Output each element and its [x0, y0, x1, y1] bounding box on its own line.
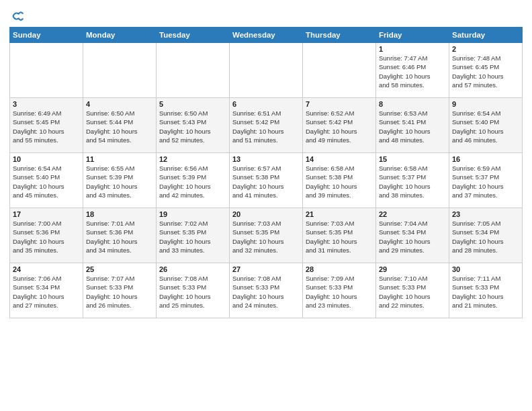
day-cell	[157, 43, 230, 98]
day-number: 24	[13, 265, 80, 273]
day-cell: 4Sunrise: 6:50 AM Sunset: 5:44 PM Daylig…	[83, 98, 157, 153]
logo	[9, 9, 24, 23]
day-cell: 10Sunrise: 6:54 AM Sunset: 5:40 PM Dayli…	[10, 153, 83, 208]
day-info: Sunrise: 6:51 AM Sunset: 5:42 PM Dayligh…	[232, 109, 300, 144]
day-info: Sunrise: 6:59 AM Sunset: 5:37 PM Dayligh…	[452, 164, 519, 199]
day-info: Sunrise: 7:47 AM Sunset: 6:46 PM Dayligh…	[379, 54, 446, 89]
day-info: Sunrise: 7:03 AM Sunset: 5:35 PM Dayligh…	[306, 219, 373, 255]
day-number: 8	[379, 100, 446, 108]
day-cell: 27Sunrise: 7:08 AM Sunset: 5:33 PM Dayli…	[230, 263, 303, 318]
day-number: 14	[306, 155, 373, 163]
day-cell	[10, 43, 83, 98]
day-cell: 8Sunrise: 6:53 AM Sunset: 5:41 PM Daylig…	[376, 98, 449, 153]
day-info: Sunrise: 7:06 AM Sunset: 5:34 PM Dayligh…	[13, 274, 80, 310]
day-cell: 2Sunrise: 7:48 AM Sunset: 6:45 PM Daylig…	[449, 43, 523, 98]
day-number: 26	[159, 265, 226, 273]
day-number: 19	[159, 210, 226, 218]
day-cell: 24Sunrise: 7:06 AM Sunset: 5:34 PM Dayli…	[10, 263, 83, 318]
day-info: Sunrise: 7:09 AM Sunset: 5:33 PM Dayligh…	[306, 274, 373, 310]
day-cell: 22Sunrise: 7:04 AM Sunset: 5:34 PM Dayli…	[376, 208, 449, 263]
day-number: 22	[379, 210, 446, 218]
calendar-header: SundayMondayTuesdayWednesdayThursdayFrid…	[10, 28, 523, 43]
day-cell: 11Sunrise: 6:55 AM Sunset: 5:39 PM Dayli…	[83, 153, 157, 208]
day-number: 5	[159, 100, 226, 108]
day-cell: 19Sunrise: 7:02 AM Sunset: 5:35 PM Dayli…	[157, 208, 230, 263]
day-number: 29	[379, 265, 446, 273]
day-number: 1	[379, 45, 446, 53]
day-number: 3	[13, 100, 80, 108]
day-cell: 3Sunrise: 6:49 AM Sunset: 5:45 PM Daylig…	[10, 98, 83, 153]
day-number: 20	[232, 210, 300, 218]
day-info: Sunrise: 6:49 AM Sunset: 5:45 PM Dayligh…	[13, 109, 80, 144]
day-info: Sunrise: 7:04 AM Sunset: 5:34 PM Dayligh…	[379, 219, 446, 255]
day-info: Sunrise: 7:08 AM Sunset: 5:33 PM Dayligh…	[159, 274, 226, 310]
calendar-table: SundayMondayTuesdayWednesdayThursdayFrid…	[9, 27, 523, 318]
day-cell: 5Sunrise: 6:50 AM Sunset: 5:43 PM Daylig…	[157, 98, 230, 153]
day-cell	[230, 43, 303, 98]
day-number: 23	[452, 210, 519, 218]
day-number: 7	[306, 100, 373, 108]
day-cell: 26Sunrise: 7:08 AM Sunset: 5:33 PM Dayli…	[157, 263, 230, 318]
day-info: Sunrise: 7:05 AM Sunset: 5:34 PM Dayligh…	[452, 219, 519, 255]
day-info: Sunrise: 7:03 AM Sunset: 5:35 PM Dayligh…	[232, 219, 300, 255]
day-info: Sunrise: 7:08 AM Sunset: 5:33 PM Dayligh…	[232, 274, 300, 310]
day-number: 6	[232, 100, 300, 108]
day-number: 4	[86, 100, 153, 108]
day-number: 13	[232, 155, 300, 163]
day-cell: 25Sunrise: 7:07 AM Sunset: 5:33 PM Dayli…	[83, 263, 157, 318]
day-info: Sunrise: 7:02 AM Sunset: 5:35 PM Dayligh…	[159, 219, 226, 255]
day-number: 30	[452, 265, 519, 273]
day-cell: 7Sunrise: 6:52 AM Sunset: 5:42 PM Daylig…	[303, 98, 376, 153]
day-cell: 13Sunrise: 6:57 AM Sunset: 5:38 PM Dayli…	[230, 153, 303, 208]
week-row-3: 10Sunrise: 6:54 AM Sunset: 5:40 PM Dayli…	[10, 153, 523, 208]
header-cell-tuesday: Tuesday	[157, 28, 230, 43]
day-number: 11	[86, 155, 153, 163]
day-info: Sunrise: 6:50 AM Sunset: 5:43 PM Dayligh…	[159, 109, 226, 144]
day-info: Sunrise: 6:53 AM Sunset: 5:41 PM Dayligh…	[379, 109, 446, 144]
day-info: Sunrise: 7:00 AM Sunset: 5:36 PM Dayligh…	[13, 219, 80, 255]
day-number: 21	[306, 210, 373, 218]
week-row-2: 3Sunrise: 6:49 AM Sunset: 5:45 PM Daylig…	[10, 98, 523, 153]
day-info: Sunrise: 7:01 AM Sunset: 5:36 PM Dayligh…	[86, 219, 153, 255]
day-info: Sunrise: 6:52 AM Sunset: 5:42 PM Dayligh…	[306, 109, 373, 144]
day-cell	[303, 43, 376, 98]
day-cell: 12Sunrise: 6:56 AM Sunset: 5:39 PM Dayli…	[157, 153, 230, 208]
day-cell: 15Sunrise: 6:58 AM Sunset: 5:37 PM Dayli…	[376, 153, 449, 208]
day-number: 10	[13, 155, 80, 163]
day-cell: 23Sunrise: 7:05 AM Sunset: 5:34 PM Dayli…	[449, 208, 523, 263]
logo-icon	[11, 9, 24, 23]
week-row-5: 24Sunrise: 7:06 AM Sunset: 5:34 PM Dayli…	[10, 263, 523, 318]
day-number: 17	[13, 210, 80, 218]
page-container: SundayMondayTuesdayWednesdayThursdayFrid…	[0, 0, 532, 324]
header-row-days: SundayMondayTuesdayWednesdayThursdayFrid…	[10, 28, 523, 43]
day-cell	[83, 43, 157, 98]
header-cell-sunday: Sunday	[10, 28, 83, 43]
day-number: 9	[452, 100, 519, 108]
day-number: 25	[86, 265, 153, 273]
day-cell: 28Sunrise: 7:09 AM Sunset: 5:33 PM Dayli…	[303, 263, 376, 318]
day-info: Sunrise: 6:54 AM Sunset: 5:40 PM Dayligh…	[452, 109, 519, 144]
header-cell-friday: Friday	[376, 28, 449, 43]
day-info: Sunrise: 6:55 AM Sunset: 5:39 PM Dayligh…	[86, 164, 153, 199]
day-cell: 29Sunrise: 7:10 AM Sunset: 5:33 PM Dayli…	[376, 263, 449, 318]
day-info: Sunrise: 7:07 AM Sunset: 5:33 PM Dayligh…	[86, 274, 153, 310]
day-number: 27	[232, 265, 300, 273]
day-cell: 30Sunrise: 7:11 AM Sunset: 5:33 PM Dayli…	[449, 263, 523, 318]
day-cell: 14Sunrise: 6:58 AM Sunset: 5:38 PM Dayli…	[303, 153, 376, 208]
day-cell: 17Sunrise: 7:00 AM Sunset: 5:36 PM Dayli…	[10, 208, 83, 263]
day-info: Sunrise: 6:58 AM Sunset: 5:38 PM Dayligh…	[306, 164, 373, 199]
header-cell-thursday: Thursday	[303, 28, 376, 43]
day-info: Sunrise: 6:54 AM Sunset: 5:40 PM Dayligh…	[13, 164, 80, 199]
header-cell-wednesday: Wednesday	[230, 28, 303, 43]
day-info: Sunrise: 6:58 AM Sunset: 5:37 PM Dayligh…	[379, 164, 446, 199]
day-number: 15	[379, 155, 446, 163]
week-row-4: 17Sunrise: 7:00 AM Sunset: 5:36 PM Dayli…	[10, 208, 523, 263]
day-info: Sunrise: 7:48 AM Sunset: 6:45 PM Dayligh…	[452, 54, 519, 89]
day-info: Sunrise: 6:50 AM Sunset: 5:44 PM Dayligh…	[86, 109, 153, 144]
day-info: Sunrise: 7:11 AM Sunset: 5:33 PM Dayligh…	[452, 274, 519, 310]
day-cell: 18Sunrise: 7:01 AM Sunset: 5:36 PM Dayli…	[83, 208, 157, 263]
header-cell-monday: Monday	[83, 28, 157, 43]
day-info: Sunrise: 7:10 AM Sunset: 5:33 PM Dayligh…	[379, 274, 446, 310]
day-number: 28	[306, 265, 373, 273]
day-number: 12	[159, 155, 226, 163]
